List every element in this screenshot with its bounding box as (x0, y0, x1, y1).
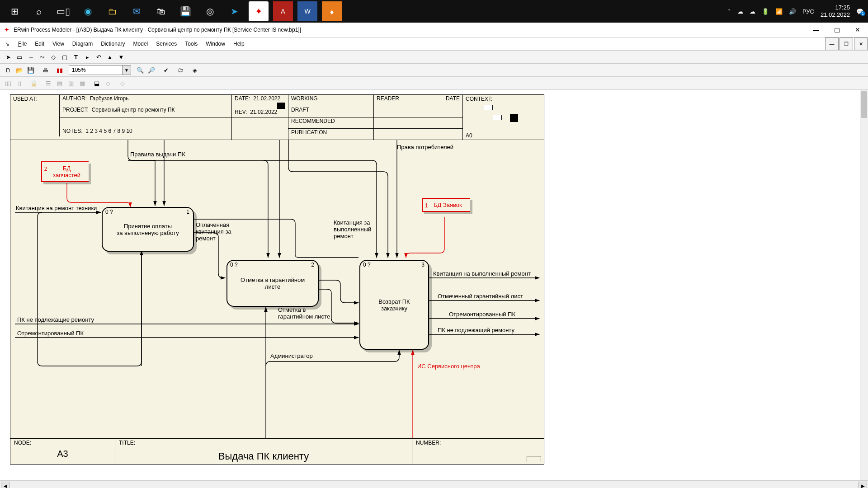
zoom-combo[interactable]: 105%▼ (69, 65, 131, 75)
hierarchy-button[interactable]: ⬓ (91, 78, 102, 89)
app-icon: ✦ (3, 26, 11, 34)
goto-parent-tool[interactable]: ▸ (82, 52, 93, 62)
arrow-tool[interactable]: → (25, 52, 36, 62)
menu-model[interactable]: Model (130, 39, 152, 48)
maximize-button[interactable]: ▢ (826, 23, 847, 37)
drawio-icon[interactable]: ⬧ (322, 1, 342, 21)
menu-dictionary[interactable]: Dictionary (97, 39, 128, 48)
open-button[interactable]: 📂 (14, 65, 25, 75)
model-explorer-button[interactable]: 🗂 (175, 65, 186, 75)
close-button[interactable]: ✕ (847, 23, 868, 37)
pointer-tool[interactable]: ➤ (3, 52, 14, 62)
label-out2: Отмеченный гарантийный лист (438, 293, 523, 300)
undo-tool[interactable]: ↶ (93, 52, 104, 62)
lock-button: 🔒 (28, 78, 39, 89)
idef0-sheet: USED AT: AUTHOR: Гарбузов Игорь PROJECT:… (10, 94, 544, 465)
activity-accept-payment[interactable]: 0 ?1 Принятие оплаты за выполненую работ… (102, 207, 194, 252)
datastore-requests-db[interactable]: 1 БД Заявок (422, 198, 470, 212)
squiggle-tool[interactable]: ⤳ (37, 52, 47, 62)
wifi-icon[interactable]: 📶 (775, 8, 783, 15)
horizontal-scrollbar[interactable]: ◀ ▶ (0, 480, 868, 488)
word-icon[interactable]: W (297, 1, 317, 21)
menu-diagram[interactable]: Diagram (69, 39, 96, 48)
diagram-body[interactable]: 2 БД запчастей 1 БД Заявок 0 ?1 Принятие… (10, 140, 544, 438)
scroll-left-button[interactable]: ◀ (1, 482, 9, 488)
dist-v-button: ▤ (54, 78, 65, 89)
diamond-tool[interactable]: ◇ (48, 52, 59, 62)
explorer-icon[interactable]: 🗀 (102, 1, 122, 21)
menubar: ↘ FFileile Edit View Diagram Dictionary … (0, 38, 868, 51)
diagram-canvas[interactable]: USED AT: AUTHOR: Гарбузов Игорь PROJECT:… (0, 90, 868, 480)
external-tool[interactable]: ▢ (59, 52, 70, 62)
menu-edit[interactable]: Edit (31, 39, 48, 48)
mdi-restore-button[interactable]: ❐ (840, 38, 853, 50)
acrobat-icon[interactable]: A (273, 1, 293, 21)
snip-icon[interactable]: 💾 (175, 1, 195, 21)
store-icon[interactable]: 🛍 (151, 1, 171, 21)
search-icon[interactable]: ⌕ (29, 1, 49, 21)
label-paid-receipt: Оплаченная квитанция за ремонт (196, 221, 231, 242)
label-pk-fixed: Отремонтированный ПК (17, 330, 84, 337)
zoom-in-button[interactable]: 🔍 (135, 65, 146, 75)
label-is-sc: ИС Сервисного центра (417, 363, 480, 370)
menu-help[interactable]: Help (230, 39, 248, 48)
mail-icon[interactable]: ✉ (127, 1, 146, 21)
label-rights: Права потребителей (397, 144, 453, 150)
windows-taskbar: ⊞ ⌕ ▭▯ ◉ 🗀 ✉ 🛍 💾 ◎ ➤ ✦ A W ⬧ ˅ ☁ ☁ 🔋 📶 🔊… (0, 0, 868, 23)
label-out3: Отремонтированный ПК (449, 311, 515, 318)
chevron-up-icon[interactable]: ˅ (728, 8, 731, 15)
clock[interactable]: 17:25 21.02.2022 (821, 4, 850, 18)
about-button[interactable]: ◈ (189, 65, 200, 75)
onedrive-icon[interactable]: ☁ (737, 8, 743, 15)
telegram-icon[interactable]: ➤ (224, 1, 244, 21)
vertical-scrollbar[interactable] (860, 90, 868, 480)
print-button[interactable]: 🖶 (40, 65, 51, 75)
scroll-right-button[interactable]: ▶ (859, 482, 867, 488)
edge-icon[interactable]: ◉ (78, 1, 98, 21)
datastore-parts-db[interactable]: 2 БД запчастей (41, 161, 89, 182)
report-button[interactable]: ▮▮ (54, 65, 65, 75)
save-button[interactable]: 💾 (25, 65, 36, 75)
zoom-out-button[interactable]: 🔎 (146, 65, 157, 75)
minimize-button[interactable]: — (806, 23, 826, 37)
sheet-footer: NODE: A3 TITLE: Выдача ПК клиенту NUMBER… (10, 438, 544, 464)
spellcheck-button[interactable]: ✔ (160, 65, 171, 75)
dist-h-button: ☰ (43, 78, 54, 89)
label-admin: Администратор (270, 352, 313, 359)
lang-indicator[interactable]: РУС (802, 8, 814, 15)
activity-tool[interactable]: ▭ (14, 52, 25, 62)
menu-view[interactable]: View (49, 39, 68, 48)
taskview-icon[interactable]: ▭▯ (53, 1, 73, 21)
battery-icon[interactable]: 🔋 (762, 8, 769, 15)
label-out4: ПК не подлежащий ремонту (438, 327, 514, 333)
menu-services[interactable]: Services (152, 39, 180, 48)
text-tool[interactable]: T (71, 52, 81, 62)
new-button[interactable]: 🗋 (3, 65, 14, 75)
label-receipt-in: Квитанция на ремонт техники (16, 205, 97, 211)
notifications-icon[interactable]: 💬1 (856, 8, 863, 15)
menu-window[interactable]: Window (202, 39, 229, 48)
menu-tools[interactable]: Tools (181, 39, 201, 48)
menu-file[interactable]: FFileile (14, 39, 30, 48)
align-center-button: ▯ (14, 78, 25, 89)
label-rules: Правила выдачи ПК (130, 151, 185, 158)
sheet-header: USED AT: AUTHOR: Гарбузов Игорь PROJECT:… (10, 95, 544, 140)
activity-return-pc[interactable]: 0 ?3 Возврат ПК заказчику (359, 260, 429, 350)
nav-down-tool[interactable]: ▼ (116, 52, 127, 62)
opt1-button: ◇ (103, 78, 113, 89)
mdi-minimize-button[interactable]: — (825, 38, 839, 50)
toolbar-align: ▯▯ ▯ 🔒 ☰ ▤ ▥ ▦ ⬓ ◇ ◇ (0, 77, 868, 90)
label-done-receipt: Квитанция за выполненный ремонт (334, 219, 371, 239)
volume-icon[interactable]: 🔊 (789, 8, 796, 15)
mdi-close-button[interactable]: ✕ (854, 38, 868, 50)
chrome-icon[interactable]: ◎ (200, 1, 220, 21)
chevron-down-icon[interactable]: ▼ (122, 66, 131, 75)
nav-up-tool[interactable]: ▲ (104, 52, 115, 62)
start-icon[interactable]: ⊞ (5, 1, 24, 21)
activity-warranty-mark[interactable]: 0 ?2 Отметка в гарантийном листе (226, 260, 319, 307)
label-out1: Квитанция на выполненный ремонт (433, 270, 531, 277)
same-h-button: ▦ (77, 78, 88, 89)
mdi-icon: ↘ (3, 39, 12, 48)
weather-icon[interactable]: ☁ (750, 8, 755, 15)
erwin-icon[interactable]: ✦ (249, 1, 269, 21)
